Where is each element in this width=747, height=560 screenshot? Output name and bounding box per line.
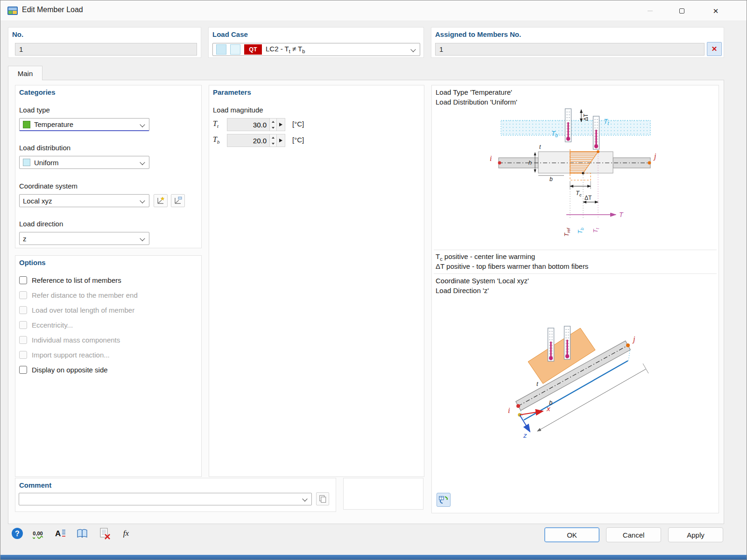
maximize-button[interactable]	[671, 0, 692, 21]
comment-input[interactable]	[19, 493, 312, 505]
units-settings-button[interactable]: 0,00	[30, 526, 45, 540]
tt-spinner[interactable]	[270, 118, 277, 131]
thermometer-icon	[564, 326, 571, 359]
help-button[interactable]: ?	[10, 526, 25, 540]
no-groupbox: No.	[8, 27, 201, 58]
t-axis-label: T	[619, 211, 624, 218]
categories-title: Categories	[19, 88, 56, 96]
units-icon: 0,00	[33, 531, 42, 536]
isometric-diagram: i j t b x z	[479, 316, 703, 456]
load-case-color-swatch	[230, 44, 240, 55]
manual-button[interactable]	[75, 526, 90, 540]
tb-unit: [°C]	[292, 136, 304, 144]
no-label: No.	[12, 30, 23, 38]
spin-down-icon[interactable]	[270, 140, 276, 147]
new-coordinate-system-button[interactable]	[154, 194, 168, 207]
comment-templates-button[interactable]	[316, 492, 329, 505]
manual-book-icon	[76, 527, 88, 539]
tb-input[interactable]	[227, 134, 270, 147]
divider	[434, 273, 717, 274]
tb-detail-button[interactable]	[277, 134, 285, 147]
svg-text:A: A	[55, 529, 61, 538]
assigned-label: Assigned to Members No.	[435, 30, 521, 38]
coordinate-system-label: Coordinate system	[19, 182, 78, 190]
delta-t-lower-label: ΔT	[585, 195, 592, 201]
display-settings-icon: A	[54, 527, 66, 539]
preview-direction-line: Load Direction 'z'	[436, 287, 489, 294]
checkbox[interactable]	[19, 276, 27, 284]
node-j	[648, 161, 651, 165]
delete-load-icon	[99, 527, 111, 539]
tt-detail-button[interactable]	[277, 118, 285, 131]
preview-coordinate-line: Coordinate System 'Local xyz'	[436, 277, 529, 285]
load-direction-label: Load direction	[19, 220, 63, 228]
load-distribution-select[interactable]: Uniform	[19, 156, 149, 169]
tb-field-group	[227, 134, 285, 147]
thermometer-icon	[593, 116, 599, 149]
edit-coordinate-system-button[interactable]	[171, 194, 185, 207]
load-distribution-color-swatch	[23, 159, 30, 166]
empty-groupbox	[343, 478, 423, 510]
load-case-select[interactable]: QT LC2 - Tt ≠ Tb	[212, 43, 420, 56]
b-dim-label: b	[550, 176, 553, 182]
chevron-down-icon	[140, 236, 145, 241]
select-members-button[interactable]: ✕	[707, 42, 722, 56]
chevron-down-icon	[302, 496, 307, 501]
load-direction-select[interactable]: z	[19, 232, 149, 245]
chevron-down-icon	[140, 160, 145, 165]
spin-up-icon[interactable]	[270, 119, 276, 125]
t-label: t	[536, 380, 539, 387]
node-j	[626, 343, 630, 347]
option-import-support-reaction: Import support reaction...	[15, 347, 201, 362]
checkbox[interactable]	[19, 366, 27, 374]
edit-formula-button[interactable]: fx	[119, 526, 134, 540]
tab-main[interactable]: Main	[8, 66, 42, 80]
options-list: Reference to list of members Refer dista…	[15, 273, 201, 377]
node-i-label: i	[490, 154, 492, 162]
coordinate-system-select[interactable]: Local xyz	[19, 194, 149, 207]
refresh-preview-button[interactable]	[437, 493, 451, 507]
divider	[434, 250, 717, 250]
checkbox	[19, 336, 27, 344]
load-distribution-value: Uniform	[34, 159, 59, 167]
tb-axis-label: Tb	[577, 228, 585, 234]
node-i	[498, 161, 501, 165]
delete-load-button[interactable]	[97, 526, 112, 540]
apply-button[interactable]: Apply	[668, 527, 723, 542]
ok-button[interactable]: OK	[544, 527, 599, 542]
preview-note-delta-t: ΔT positive - top fibers warmer than bot…	[436, 262, 588, 270]
load-type-label: Load type	[19, 106, 50, 114]
option-display-opposite-side[interactable]: Display on opposite side	[15, 362, 201, 377]
close-button[interactable]: ✕	[705, 0, 726, 21]
preview-note-tc: Tc positive - center line warming	[436, 252, 535, 262]
x-axis-label: x	[546, 405, 550, 413]
tb-spinner[interactable]	[270, 134, 277, 147]
cancel-button[interactable]: Cancel	[606, 527, 661, 542]
spin-up-icon[interactable]	[270, 134, 276, 140]
copy-icon	[318, 495, 327, 503]
temperature-plane	[528, 328, 595, 384]
tt-input[interactable]	[227, 118, 270, 131]
minimize-button[interactable]	[639, 0, 661, 21]
load-type-select[interactable]: Temperature	[19, 118, 149, 131]
node-i	[516, 404, 520, 408]
refresh-preview-icon	[438, 494, 449, 505]
assigned-members-input[interactable]	[435, 43, 705, 56]
tb-symbol: Tb	[213, 135, 219, 145]
option-eccentricity: Eccentricity...	[15, 317, 201, 332]
edit-member-load-dialog: Edit Member Load ✕ No. Load Case QT LC2 …	[0, 0, 747, 560]
display-settings-button[interactable]: A	[53, 526, 68, 540]
spin-down-icon[interactable]	[270, 125, 276, 131]
checkbox	[19, 321, 27, 329]
maximize-icon	[679, 8, 684, 14]
checkbox	[19, 306, 27, 314]
load-magnitude-label: Load magnitude	[213, 106, 263, 114]
load-number-input[interactable]	[15, 43, 197, 56]
new-coordinate-system-icon	[156, 196, 165, 205]
parameters-groupbox: Parameters Load magnitude Tt [°C] Tb	[209, 85, 424, 477]
tt-symbol: Tt	[213, 119, 218, 129]
option-reference-to-list[interactable]: Reference to list of members	[15, 273, 201, 287]
preview-load-distribution-line: Load Distribution 'Uniform'	[436, 98, 517, 106]
options-title: Options	[19, 259, 46, 266]
load-case-label: Load Case	[212, 30, 248, 38]
